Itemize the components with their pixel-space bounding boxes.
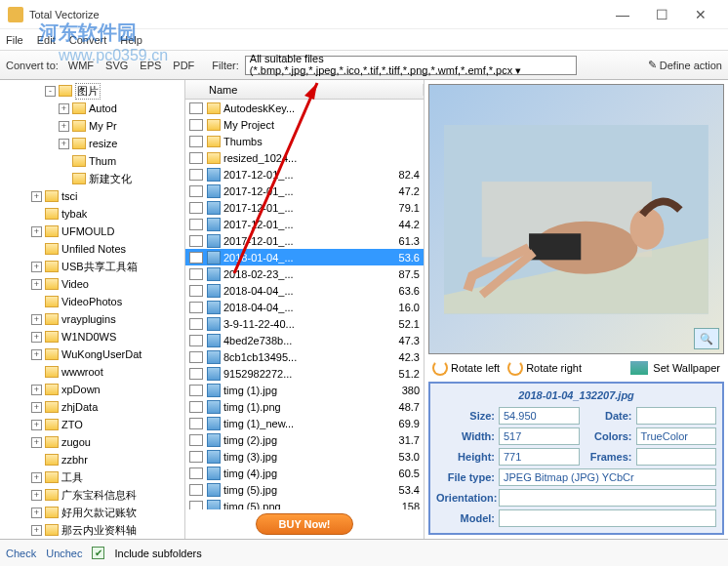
expand-icon[interactable]: + bbox=[31, 349, 42, 360]
expand-icon[interactable]: + bbox=[59, 103, 69, 114]
menu-convert[interactable]: Convert bbox=[69, 34, 107, 46]
file-row[interactable]: 2018-04-04_...16.0 bbox=[185, 299, 424, 315]
tree-item[interactable]: -图片 bbox=[0, 82, 184, 100]
tree-item[interactable]: +tsci bbox=[0, 187, 184, 205]
file-checkbox[interactable] bbox=[189, 219, 203, 230]
file-row[interactable]: timg (5).jpg53.4 bbox=[185, 481, 424, 498]
file-row[interactable]: timg (1).jpg380 bbox=[185, 382, 424, 398]
tree-item[interactable]: +zhjData bbox=[0, 398, 184, 416]
close-button[interactable]: ✕ bbox=[681, 7, 720, 22]
expand-icon[interactable]: + bbox=[31, 508, 42, 518]
set-wallpaper-button[interactable]: Set Wallpaper bbox=[630, 361, 720, 375]
tree-item[interactable]: +好用欠款记账软 bbox=[0, 504, 184, 521]
tree-item[interactable]: +工具 bbox=[0, 468, 184, 486]
file-row[interactable]: timg (1)_new...69.9 bbox=[185, 415, 424, 431]
maximize-button[interactable]: ☐ bbox=[642, 7, 681, 22]
list-body[interactable]: AutodeskKey...My ProjectThumbsresized_10… bbox=[185, 100, 424, 509]
format-pdf[interactable]: PDF bbox=[169, 58, 198, 73]
tree-item[interactable]: 新建文化 bbox=[0, 170, 184, 187]
file-row[interactable]: AutodeskKey... bbox=[185, 100, 424, 116]
expand-icon[interactable]: + bbox=[31, 490, 42, 501]
file-checkbox[interactable] bbox=[189, 467, 203, 479]
file-row[interactable]: 2017-12-01_...82.4 bbox=[185, 166, 424, 183]
expand-icon[interactable]: + bbox=[31, 262, 42, 272]
file-checkbox[interactable] bbox=[189, 318, 203, 330]
uncheck-all-link[interactable]: Unchec bbox=[46, 548, 82, 559]
expand-icon[interactable]: + bbox=[31, 314, 42, 325]
file-checkbox[interactable] bbox=[189, 235, 203, 247]
file-row[interactable]: 2017-12-01_...79.1 bbox=[185, 199, 424, 216]
file-row[interactable]: timg (1).png48.7 bbox=[185, 398, 424, 415]
file-row[interactable]: resized_1024... bbox=[185, 149, 424, 166]
tree-item[interactable]: tybak bbox=[0, 205, 184, 223]
tree-item[interactable]: +resize bbox=[0, 135, 184, 152]
file-checkbox[interactable] bbox=[189, 401, 203, 413]
file-row[interactable]: Thumbs bbox=[185, 133, 424, 149]
tree-item[interactable]: +广东宝科信息科 bbox=[0, 486, 184, 504]
tree-item[interactable]: +Video bbox=[0, 275, 184, 293]
file-checkbox[interactable] bbox=[189, 285, 203, 297]
file-checkbox[interactable] bbox=[189, 152, 203, 164]
expand-icon[interactable]: + bbox=[31, 472, 42, 483]
file-row[interactable]: 2018-01-04_...53.6 bbox=[185, 249, 424, 265]
file-row[interactable]: 8cb1cb13495...42.3 bbox=[185, 348, 424, 365]
file-checkbox[interactable] bbox=[189, 434, 203, 446]
file-checkbox[interactable] bbox=[189, 136, 203, 147]
expand-icon[interactable]: + bbox=[31, 226, 42, 237]
file-checkbox[interactable] bbox=[189, 368, 203, 380]
include-subfolders-checkbox[interactable]: ✔ bbox=[92, 547, 104, 559]
file-row[interactable]: timg (5).png158 bbox=[185, 498, 424, 509]
expand-icon[interactable]: + bbox=[59, 139, 69, 149]
tree-item[interactable]: +xpDown bbox=[0, 381, 184, 398]
file-checkbox[interactable] bbox=[189, 169, 203, 181]
format-wmf[interactable]: WMF bbox=[64, 58, 98, 73]
define-action-button[interactable]: ✎ Define action bbox=[648, 59, 722, 71]
file-row[interactable]: 2017-12-01_...44.2 bbox=[185, 216, 424, 232]
file-checkbox[interactable] bbox=[189, 501, 203, 510]
menu-edit[interactable]: Edit bbox=[37, 34, 56, 46]
expand-icon[interactable]: + bbox=[31, 191, 42, 202]
tree-item[interactable]: Thum bbox=[0, 152, 184, 170]
tree-item[interactable]: +那云内业资料轴 bbox=[0, 521, 184, 539]
file-row[interactable]: My Project bbox=[185, 116, 424, 133]
col-name[interactable]: Name bbox=[203, 84, 424, 96]
file-checkbox[interactable] bbox=[189, 119, 203, 131]
file-row[interactable]: timg (3).jpg53.0 bbox=[185, 448, 424, 465]
tree-item[interactable]: +zugou bbox=[0, 433, 184, 451]
tree-item[interactable]: +WuKongUserDat bbox=[0, 345, 184, 363]
rotate-left-button[interactable]: Rotate left bbox=[432, 360, 500, 376]
file-checkbox[interactable] bbox=[189, 418, 203, 429]
expand-icon[interactable]: + bbox=[31, 402, 42, 413]
tree-item[interactable]: Unfiled Notes bbox=[0, 240, 184, 258]
file-checkbox[interactable] bbox=[189, 102, 203, 114]
file-checkbox[interactable] bbox=[189, 252, 203, 264]
format-eps[interactable]: EPS bbox=[136, 58, 165, 73]
folder-tree[interactable]: -图片+Autod+My Pr+resizeThum新建文化+tscitybak… bbox=[0, 80, 185, 539]
file-checkbox[interactable] bbox=[189, 451, 203, 463]
expand-icon[interactable]: + bbox=[31, 332, 42, 343]
expand-icon[interactable]: + bbox=[31, 420, 42, 430]
tree-item[interactable]: +Autod bbox=[0, 100, 184, 117]
file-row[interactable]: 2018-04-04_...63.6 bbox=[185, 282, 424, 299]
file-checkbox[interactable] bbox=[189, 202, 203, 214]
file-row[interactable]: timg (4).jpg60.5 bbox=[185, 465, 424, 481]
file-row[interactable]: 2017-12-01_...61.3 bbox=[185, 232, 424, 249]
expand-icon[interactable]: + bbox=[31, 279, 42, 290]
rotate-right-button[interactable]: Rotate right bbox=[507, 360, 582, 376]
tree-item[interactable]: +UFMOULD bbox=[0, 223, 184, 240]
tree-item[interactable]: VideoPhotos bbox=[0, 293, 184, 310]
file-checkbox[interactable] bbox=[189, 335, 203, 346]
tree-item[interactable]: zzbhr bbox=[0, 451, 184, 468]
file-checkbox[interactable] bbox=[189, 484, 203, 496]
menu-help[interactable]: Help bbox=[120, 34, 142, 46]
minimize-button[interactable]: — bbox=[603, 7, 642, 22]
tree-item[interactable]: +USB共享工具箱 bbox=[0, 258, 184, 275]
file-checkbox[interactable] bbox=[189, 268, 203, 280]
tree-item[interactable]: wwwroot bbox=[0, 363, 184, 381]
expand-icon[interactable]: + bbox=[59, 121, 69, 132]
menu-file[interactable]: File bbox=[6, 34, 23, 46]
zoom-button[interactable]: 🔍 bbox=[694, 328, 719, 349]
file-row[interactable]: 4bed2e738b...47.3 bbox=[185, 332, 424, 348]
tree-item[interactable]: +W1ND0WS bbox=[0, 328, 184, 345]
tree-item[interactable]: +My Pr bbox=[0, 117, 184, 135]
